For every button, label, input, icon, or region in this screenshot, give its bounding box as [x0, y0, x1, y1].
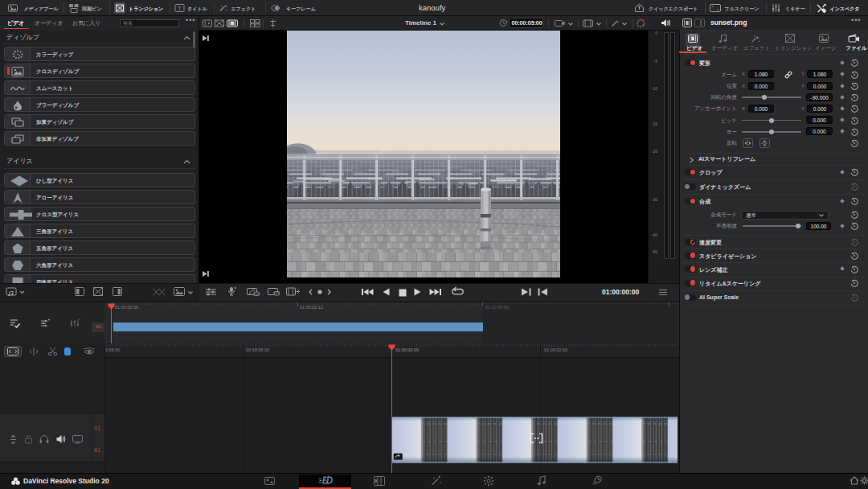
svg-text:POS: POS: [253, 293, 260, 296]
svg-text:POS: POS: [273, 292, 280, 295]
svg-text:T: T: [178, 5, 182, 12]
